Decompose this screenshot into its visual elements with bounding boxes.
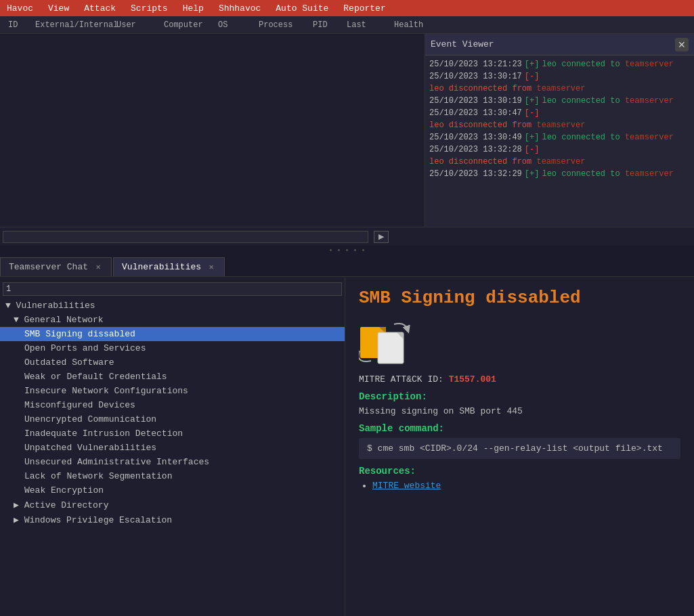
log-entry: 25/10/2023 13:30:47 [-] leo disconnected…	[429, 107, 690, 131]
menu-scripts[interactable]: Scripts	[128, 3, 171, 14]
log-time: 25/10/2023 13:30:17	[429, 70, 522, 83]
file-transfer-icon	[359, 319, 413, 366]
tab-teamserver-chat[interactable]: Teamserver Chat ✕	[0, 257, 112, 276]
col-computer: Computer	[158, 20, 213, 30]
log-type-indicator: [+]	[525, 58, 540, 70]
mitre-line: MITRE ATT&CK ID: T1557.001	[359, 374, 680, 384]
log-type-indicator: [+]	[525, 168, 540, 180]
log-type-indicator: [-]	[525, 70, 540, 83]
log-message: leo disconnected from teamserver	[429, 83, 585, 95]
tree-item[interactable]: Misconfigured Devices	[0, 398, 345, 412]
vulnerability-icon	[359, 319, 413, 366]
menu-help[interactable]: Help	[180, 3, 207, 14]
svg-marker-1	[379, 327, 386, 334]
tree-item[interactable]: Weak or Default Credentials	[0, 370, 345, 384]
tab-teamserver-chat-label: Teamserver Chat	[9, 262, 88, 272]
tree-item[interactable]: Insecure Network Configurations	[0, 384, 345, 398]
mitre-id: T1557.001	[449, 374, 496, 384]
log-message: leo connected to teamserver	[542, 95, 673, 107]
svg-marker-3	[397, 332, 404, 339]
log-message: leo disconnected from teamserver	[429, 119, 585, 131]
tree-item[interactable]: Unsecured Administrative Interfaces	[0, 455, 345, 469]
scroll-bar-area: ▶	[0, 227, 694, 246]
tree-item[interactable]: ▶ Windows Privilege Escalation	[0, 512, 345, 527]
log-message: leo connected to teamserver	[542, 58, 673, 70]
menubar: Havoc View Attack Scripts Help Shhhavoc …	[0, 0, 694, 16]
menu-attack[interactable]: Attack	[81, 3, 118, 14]
log-message: leo connected to teamserver	[542, 131, 673, 144]
log-time: 25/10/2023 13:32:28	[429, 144, 522, 156]
description-label: Description:	[359, 391, 680, 402]
tab-vulnerabilities-label: Vulnerabilities	[122, 262, 201, 272]
col-extint: External/Internal	[30, 20, 111, 30]
log-time: 25/10/2023 13:32:29	[429, 168, 522, 180]
log-time: 25/10/2023 13:30:49	[429, 131, 522, 144]
log-type-indicator: [+]	[525, 131, 540, 144]
menu-view[interactable]: View	[45, 3, 72, 14]
log-entry: 25/10/2023 13:32:29 [+] leo connected to…	[429, 168, 690, 180]
menu-auto-suite[interactable]: Auto Suite	[273, 3, 331, 14]
tree-item[interactable]: ▶ Active Directory	[0, 498, 345, 512]
main-area: Event Viewer ✕ 25/10/2023 13:21:23 [+] l…	[0, 34, 694, 227]
log-message: leo connected to teamserver	[542, 168, 673, 180]
svg-rect-0	[360, 327, 386, 358]
sample-command-label: Sample command:	[359, 423, 680, 434]
vulnerability-title: SMB Signing dissabled	[359, 288, 680, 308]
agent-panel	[0, 34, 425, 227]
tree-item[interactable]: Unencrypted Communication	[0, 412, 345, 426]
tree-item[interactable]: Inadequate Intrusion Detection	[0, 426, 345, 441]
event-viewer-close-button[interactable]: ✕	[675, 38, 689, 51]
tree-item[interactable]: Unpatched Vulnerabilities	[0, 441, 345, 455]
col-os: OS	[213, 20, 253, 30]
tab-vulnerabilities[interactable]: Vulnerabilities ✕	[113, 257, 225, 276]
resource-item: MITRE website	[372, 481, 680, 491]
tree-item[interactable]: Outdated Software	[0, 355, 345, 370]
col-pid: PID	[307, 20, 341, 30]
col-last: Last	[341, 20, 389, 30]
log-entry: 25/10/2023 13:21:23 [+] leo connected to…	[429, 58, 690, 70]
log-entry: 25/10/2023 13:30:17 [-] leo disconnected…	[429, 70, 690, 95]
log-time: 25/10/2023 13:21:23	[429, 58, 522, 70]
scroll-button[interactable]: ▶	[374, 231, 389, 243]
tree-panel[interactable]: ▼ Vulnerabilities▼ General NetworkSMB Si…	[0, 277, 345, 616]
command-input[interactable]	[3, 231, 368, 243]
tree-search-input[interactable]	[3, 282, 342, 296]
tree-item[interactable]: ▼ General Network	[0, 313, 345, 327]
menu-reporter[interactable]: Reporter	[341, 3, 388, 14]
event-viewer-header: Event Viewer ✕	[425, 34, 694, 56]
menu-havoc[interactable]: Havoc	[4, 3, 36, 14]
bottom-content: ▼ Vulnerabilities▼ General NetworkSMB Si…	[0, 277, 694, 616]
event-log[interactable]: 25/10/2023 13:21:23 [+] leo connected to…	[425, 56, 694, 227]
tree-item[interactable]: ▼ Vulnerabilities	[0, 299, 345, 313]
resources-list: MITRE website	[359, 481, 680, 491]
tree-item[interactable]: Weak Encryption	[0, 483, 345, 498]
sample-command-box: $ cme smb <CIDR>.0/24 --gen-relay-list <…	[359, 438, 680, 459]
menu-shhhavoc[interactable]: Shhhavoc	[216, 3, 263, 14]
svg-rect-2	[378, 332, 404, 364]
detail-panel: SMB Signing dissabled	[345, 277, 694, 616]
tree-items: ▼ Vulnerabilities▼ General NetworkSMB Si…	[0, 299, 345, 527]
tree-item[interactable]: Lack of Network Segmentation	[0, 469, 345, 483]
divider-dots: • • • • •	[0, 246, 694, 255]
tree-item[interactable]: Open Ports and Services	[0, 341, 345, 355]
event-viewer: Event Viewer ✕ 25/10/2023 13:21:23 [+] l…	[425, 34, 694, 227]
log-entry: 25/10/2023 13:30:49 [+] leo connected to…	[429, 131, 690, 144]
description-text: Missing signing on SMB port 445	[359, 406, 680, 416]
log-type-indicator: [+]	[525, 95, 540, 107]
resources-label: Resources:	[359, 466, 680, 477]
col-health: Health	[389, 20, 429, 30]
mitre-label: MITRE ATT&CK ID:	[359, 374, 443, 384]
tab-vulnerabilities-close[interactable]: ✕	[207, 263, 216, 272]
log-type-indicator: [-]	[525, 144, 540, 156]
log-time: 25/10/2023 13:30:47	[429, 107, 522, 119]
col-process: Process	[253, 20, 307, 30]
mitre-website-link[interactable]: MITRE website	[372, 481, 441, 491]
log-entry: 25/10/2023 13:32:28 [-] leo disconnected…	[429, 144, 690, 168]
tabs-bar: Teamserver Chat ✕ Vulnerabilities ✕	[0, 255, 694, 277]
col-user: User	[111, 20, 158, 30]
log-message: leo disconnected from teamserver	[429, 156, 585, 168]
tab-teamserver-chat-close[interactable]: ✕	[93, 263, 103, 272]
tree-item[interactable]: SMB Signing dissabled	[0, 327, 345, 341]
column-headers: ID External/Internal User Computer OS Pr…	[0, 16, 694, 34]
event-viewer-title: Event Viewer	[431, 39, 494, 49]
